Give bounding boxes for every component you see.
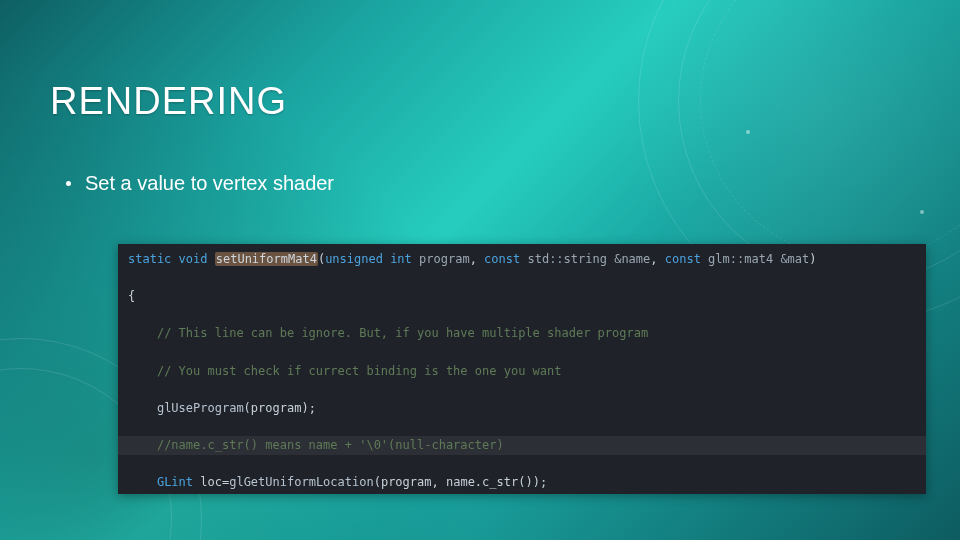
p3-ns: glm::mat4 — [708, 252, 773, 266]
hud-dot — [746, 130, 750, 134]
fn-call: glGetUniformLocation — [229, 475, 374, 489]
p3-name: &mat — [780, 252, 809, 266]
brace-open: { — [128, 289, 135, 303]
kw-static: static — [128, 252, 171, 266]
slide: RENDERING Set a value to vertex shader s… — [0, 0, 960, 540]
p1-name: program — [419, 252, 470, 266]
kw-void: void — [179, 252, 208, 266]
arg: program — [381, 475, 432, 489]
hud-circle-med — [678, 0, 960, 282]
type: GLint — [157, 475, 193, 489]
hud-tick-ring — [700, 0, 960, 260]
comment: //name.c_str() means name + '\0'(null-ch… — [157, 438, 504, 452]
fn-name: setUniformMat4 — [215, 252, 318, 266]
code-panel: static void setUniformMat4(unsigned int … — [118, 244, 926, 494]
p2-kw: const — [484, 252, 520, 266]
bullet-row: Set a value to vertex shader — [66, 172, 334, 195]
hud-dot — [920, 210, 924, 214]
bullet-text: Set a value to vertex shader — [85, 172, 334, 195]
arg: program — [251, 401, 302, 415]
p1-type: unsigned int — [325, 252, 412, 266]
arg-call: c_str() — [482, 475, 533, 489]
code-block: static void setUniformMat4(unsigned int … — [118, 244, 926, 494]
var: loc — [200, 475, 222, 489]
p2-ns: std::string — [527, 252, 606, 266]
p3-kw: const — [665, 252, 701, 266]
slide-title: RENDERING — [50, 80, 287, 123]
p2-name: &name — [614, 252, 650, 266]
bullet-dot-icon — [66, 181, 71, 186]
arg-obj: name — [446, 475, 475, 489]
fn-call: glUseProgram — [157, 401, 244, 415]
comment: // This line can be ignore. But, if you … — [157, 326, 648, 340]
comment: // You must check if currect binding is … — [157, 364, 562, 378]
paren: ) — [809, 252, 816, 266]
